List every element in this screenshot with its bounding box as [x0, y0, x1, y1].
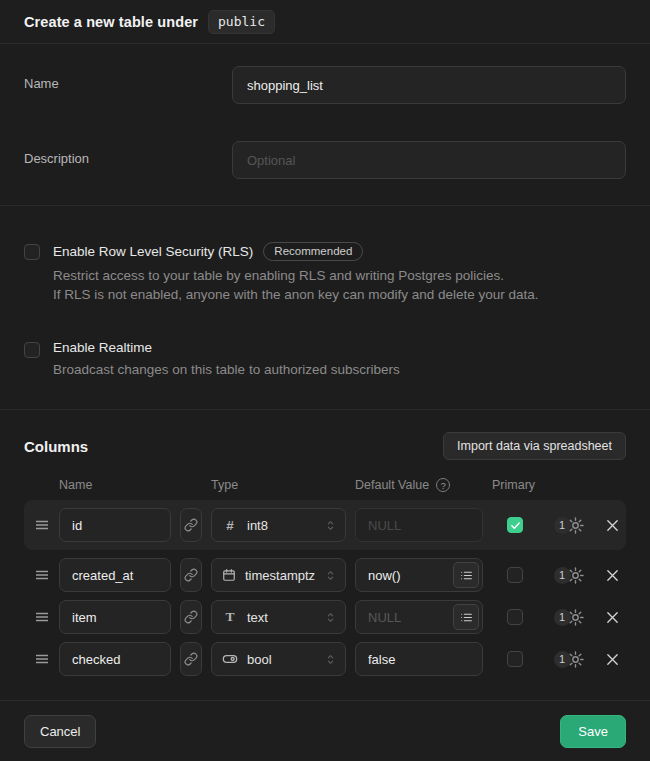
- column-settings-button[interactable]: 1: [547, 650, 591, 669]
- toggles-section: Enable Row Level Security (RLS) Recommen…: [0, 206, 650, 410]
- column-type-select[interactable]: bool: [211, 642, 346, 676]
- help-icon[interactable]: ?: [436, 478, 450, 492]
- chevron-updown-icon: [324, 653, 337, 666]
- column-default-input[interactable]: [355, 508, 483, 542]
- realtime-checkbox[interactable]: [24, 342, 40, 358]
- realtime-block: Enable Realtime Broadcast changes on thi…: [24, 340, 626, 379]
- column-row-checked: bool 1: [24, 642, 626, 676]
- dialog-footer: Cancel Save: [0, 700, 650, 761]
- column-default-input[interactable]: [355, 642, 483, 676]
- drag-handle-icon[interactable]: [34, 517, 50, 533]
- column-name-input[interactable]: [59, 600, 171, 634]
- calendar-icon: [222, 568, 236, 582]
- columns-table-header: Name Type Default Value ? Primary: [24, 478, 626, 492]
- default-value-picker-button[interactable]: [453, 604, 479, 630]
- remove-column-icon[interactable]: [600, 610, 624, 625]
- name-field-row: Name: [24, 66, 626, 104]
- column-name-input[interactable]: [59, 642, 171, 676]
- primary-checkbox[interactable]: [507, 651, 523, 667]
- description-label: Description: [24, 141, 232, 166]
- dialog-header: Create a new table under public: [0, 0, 650, 44]
- settings-count-badge: 1: [554, 517, 571, 534]
- table-meta-section: Name Description: [0, 44, 650, 206]
- foreign-key-link-icon[interactable]: [180, 600, 202, 634]
- column-row-item: T text 1: [24, 600, 626, 634]
- rls-description: Restrict access to your table by enablin…: [53, 266, 539, 304]
- column-settings-button[interactable]: 1: [547, 566, 591, 585]
- column-settings-button[interactable]: 1: [547, 516, 591, 535]
- realtime-description: Broadcast changes on this table to autho…: [53, 360, 400, 379]
- column-row-id: # int8 1: [24, 500, 626, 550]
- name-label: Name: [24, 66, 232, 91]
- description-field-row: Description: [24, 141, 626, 179]
- dialog-title: Create a new table under: [24, 14, 198, 30]
- header-type: Type: [211, 478, 346, 492]
- rls-label: Enable Row Level Security (RLS): [53, 244, 253, 259]
- settings-count-badge: 1: [554, 567, 571, 584]
- header-default-value: Default Value: [355, 478, 429, 492]
- table-description-input[interactable]: [232, 141, 626, 179]
- foreign-key-link-icon[interactable]: [180, 508, 202, 542]
- default-value-picker-button[interactable]: [453, 562, 479, 588]
- foreign-key-link-icon[interactable]: [180, 558, 202, 592]
- settings-count-badge: 1: [554, 609, 571, 626]
- columns-title: Columns: [24, 438, 88, 455]
- column-name-input[interactable]: [59, 508, 171, 542]
- recommended-badge: Recommended: [263, 242, 363, 261]
- column-type-select[interactable]: # int8: [211, 508, 346, 542]
- primary-checkbox[interactable]: [507, 609, 523, 625]
- text-icon: T: [222, 609, 238, 625]
- header-primary: Primary: [492, 478, 538, 492]
- primary-checkbox[interactable]: [507, 517, 523, 533]
- rls-checkbox[interactable]: [24, 244, 40, 260]
- chevron-updown-icon: [324, 611, 337, 624]
- drag-handle-icon[interactable]: [34, 609, 50, 625]
- column-row-created-at: timestamptz 1: [24, 558, 626, 592]
- drag-handle-icon[interactable]: [34, 651, 50, 667]
- column-name-input[interactable]: [59, 558, 171, 592]
- remove-column-icon[interactable]: [600, 568, 624, 583]
- columns-section: Columns Import data via spreadsheet Name…: [0, 410, 650, 700]
- table-name-input[interactable]: [232, 66, 626, 104]
- column-type-select[interactable]: T text: [211, 600, 346, 634]
- import-spreadsheet-button[interactable]: Import data via spreadsheet: [443, 432, 626, 460]
- schema-chip: public: [208, 10, 275, 34]
- settings-count-badge: 1: [554, 651, 571, 668]
- column-type-select[interactable]: timestamptz: [211, 558, 346, 592]
- chevron-updown-icon: [324, 569, 337, 582]
- cancel-button[interactable]: Cancel: [24, 715, 96, 748]
- column-settings-button[interactable]: 1: [547, 608, 591, 627]
- chevron-updown-icon: [324, 519, 337, 532]
- foreign-key-link-icon[interactable]: [180, 642, 202, 676]
- hash-icon: #: [222, 518, 238, 533]
- create-table-dialog: Create a new table under public Name Des…: [0, 0, 650, 761]
- drag-handle-icon[interactable]: [34, 567, 50, 583]
- toggle-icon: [222, 651, 238, 667]
- remove-column-icon[interactable]: [600, 652, 624, 667]
- primary-checkbox[interactable]: [507, 567, 523, 583]
- save-button[interactable]: Save: [560, 715, 626, 748]
- rls-block: Enable Row Level Security (RLS) Recommen…: [24, 242, 626, 304]
- header-name: Name: [59, 478, 171, 492]
- realtime-label: Enable Realtime: [53, 340, 152, 355]
- remove-column-icon[interactable]: [600, 518, 624, 533]
